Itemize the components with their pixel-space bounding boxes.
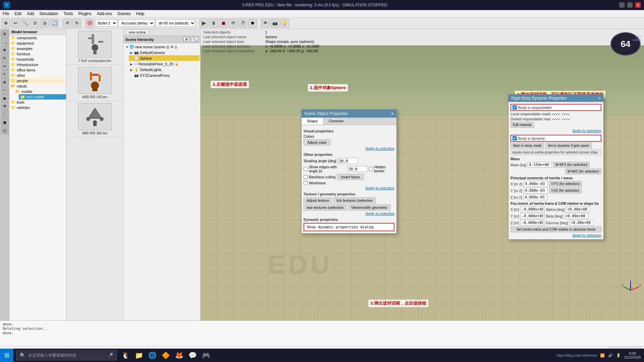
play-button[interactable]: ▶ [200, 19, 208, 27]
pz-input[interactable] [520, 220, 544, 226]
menu-add[interactable]: Add [24, 11, 37, 17]
wireframe-checkbox[interactable] [304, 181, 308, 185]
taskbar-app-1[interactable]: 🐧 [119, 349, 131, 361]
scene-item-xyz[interactable]: 📷 XYZCameraProxy [129, 72, 200, 78]
apply-selection-2[interactable]: Apply to selection [304, 186, 394, 190]
scene-item-lights[interactable]: ▶ 💡 DefaultLights [129, 67, 200, 72]
folder-tools[interactable]: 📁tools [9, 100, 66, 105]
tab-common[interactable]: Common [323, 118, 350, 125]
toolbar-btn-2[interactable]: ↩ [11, 19, 20, 27]
maximize-button[interactable]: □ [627, 2, 633, 8]
rigid-props-title-bar[interactable]: Rigid Body Dynamic Properties × [508, 95, 603, 102]
icon-tool1[interactable]: ⚒ [1, 103, 8, 110]
folder-people[interactable]: 📁people [9, 78, 66, 83]
toolbar-btn-8[interactable]: ↻ [72, 19, 81, 27]
taskbar-app-5[interactable]: 🦊 [173, 349, 185, 361]
apply-selection-rb-2[interactable]: Apply to selection [511, 233, 601, 237]
taskbar-app-7[interactable]: 🎮 [200, 349, 212, 361]
rigid-props-close-btn[interactable]: × [598, 96, 601, 101]
scene-item-floor[interactable]: ▶ ▭ ResizableFloor_5_25 🔒 [129, 61, 200, 67]
toolbar-btn-4[interactable]: ⊙ [31, 19, 39, 27]
lights-btn[interactable]: 💡 [280, 19, 289, 27]
icon-tool4[interactable]: ◫ [1, 127, 8, 134]
backface-checkbox[interactable] [304, 175, 308, 179]
toolbar-btn-9[interactable]: 🎯 [85, 19, 94, 27]
taskbar-search[interactable]: 🔍 在这里输入你要搜索的内容 🎤 [16, 350, 117, 360]
apply-selection-rb-1[interactable]: Apply to selection [511, 129, 601, 133]
folder-other[interactable]: 📁other [9, 73, 66, 78]
click-textures-btn[interactable]: lick textures (selection [333, 197, 376, 203]
folder-robots[interactable]: 📂robots [9, 83, 66, 89]
folder-household[interactable]: 📁household [9, 57, 66, 62]
step-button[interactable]: ⟳ [229, 19, 237, 27]
invert-faces-btn[interactable]: Invert faces [337, 174, 364, 180]
timestep-select[interactable]: dt=50 ms (default) dt=10 ms [156, 19, 196, 27]
body-respondable-checkbox[interactable] [513, 105, 517, 110]
py-input[interactable] [520, 213, 544, 219]
camera-btn[interactable]: 📷 [271, 19, 279, 27]
accuracy-select[interactable]: Accurate (defau Fast [118, 19, 155, 27]
pause-button[interactable]: ⏸ [209, 19, 218, 27]
toolbar-btn-1[interactable]: ⊕ [1, 19, 10, 27]
toolbar-btn-5[interactable]: ◎ [40, 19, 49, 27]
scene-props-title-bar[interactable]: Scene Object Properties × [302, 110, 396, 118]
robot-item-2[interactable]: ABB IRB 140.ttm [66, 65, 123, 101]
icon-joint[interactable]: ⊞ [1, 78, 8, 86]
clear-textures-btn[interactable]: lear textures (selection [304, 204, 347, 210]
mxm2-btn[interactable]: M=M*2 (for selection) [553, 162, 590, 168]
minimize-button[interactable]: ─ [619, 2, 625, 8]
menu-help[interactable]: Help [133, 11, 147, 17]
scene-sort-btn[interactable]: ⚙ [183, 37, 190, 42]
adjust-texture-btn[interactable]: Adjust texture [304, 197, 332, 203]
folder-furniture[interactable]: 📁furniture [9, 51, 66, 57]
scene-props-close-button[interactable]: × [391, 111, 394, 116]
taskbar-app-4[interactable]: 🔶 [160, 349, 172, 361]
idiv2-btn[interactable]: I=I/2 (for selection) [549, 188, 582, 193]
toolbar-btn-6[interactable]: 🔄 [50, 19, 59, 27]
folder-infrastructure[interactable]: 📁infrastructure [9, 62, 66, 67]
menu-file[interactable]: File [0, 11, 12, 17]
set-inertia-btn[interactable]: Set inertia matrix and COM relative to a… [511, 227, 601, 232]
taskbar-app-edge[interactable]: 🌐 [146, 349, 158, 361]
icon-select[interactable]: ↖ [1, 70, 8, 78]
physics-engine-select[interactable]: Bullet 2 ODE Vortex [95, 19, 117, 27]
start-button[interactable]: ⊞ [0, 349, 13, 362]
icon-scale[interactable]: ⇔ [1, 62, 8, 70]
record-button[interactable]: ⏺ [248, 19, 257, 27]
mass-kg-input[interactable] [528, 162, 552, 168]
scene-filter-btn[interactable]: 🔍 [191, 37, 198, 42]
view-modify-btn[interactable]: View/modify geometry [348, 204, 390, 210]
edit-material-btn[interactable]: Edit material [511, 122, 534, 128]
icon-search[interactable]: 🔍 [1, 38, 8, 46]
icon-settings[interactable]: ⚙ [1, 30, 8, 38]
icon-sensor[interactable]: ◉ [1, 95, 8, 102]
gamma-input[interactable] [570, 220, 594, 226]
folder-non-mobile[interactable]: 📁non-mobile [19, 94, 66, 100]
sleep-mode-btn[interactable]: Start in sleep mode [511, 143, 544, 148]
folder-components[interactable]: 📁components [9, 35, 66, 41]
toolbar-btn-7[interactable]: ↺ [63, 19, 71, 27]
robot-item-1[interactable]: 7 DoF manipulator.ttm [66, 29, 123, 65]
stop-button[interactable]: ⏹ [219, 19, 228, 27]
alpha-input[interactable] [566, 206, 590, 212]
scene-item-camera[interactable]: ▶ 📷 DefaultCamera [129, 50, 200, 55]
scene-root[interactable]: ▼ 🌐 new scene (scene 1) ⚙ 🔒 [124, 44, 200, 50]
icon-rotate[interactable]: ↻ [1, 54, 8, 62]
robot-item-3[interactable]: ABB IRB 360.ttm [66, 101, 123, 137]
viewport[interactable]: Selected objects: Last selected object n… [201, 29, 644, 320]
icon-move[interactable]: ✥ [1, 46, 8, 54]
menu-simulation[interactable]: Simulation [37, 11, 61, 17]
taskbar-app-2[interactable]: 📁 [133, 349, 145, 361]
iy-input[interactable] [524, 188, 548, 193]
folder-vehicles[interactable]: 📁vehicles [9, 105, 66, 110]
icon-tool3[interactable]: ▣ [1, 119, 8, 126]
realtime-button[interactable]: ⏱ [238, 19, 247, 27]
iz-input[interactable] [523, 194, 547, 200]
folder-office-items[interactable]: 📁office items [9, 67, 66, 73]
view-btn-1[interactable]: 👁 [261, 19, 270, 27]
hidden-border-checkbox[interactable] [369, 167, 373, 171]
show-dynamic-btn[interactable]: Show dynamic properties dialog [304, 223, 394, 231]
menu-addons[interactable]: Add-ons [94, 11, 115, 17]
ix-input[interactable] [524, 181, 548, 187]
menu-edit[interactable]: Edit [12, 11, 24, 17]
